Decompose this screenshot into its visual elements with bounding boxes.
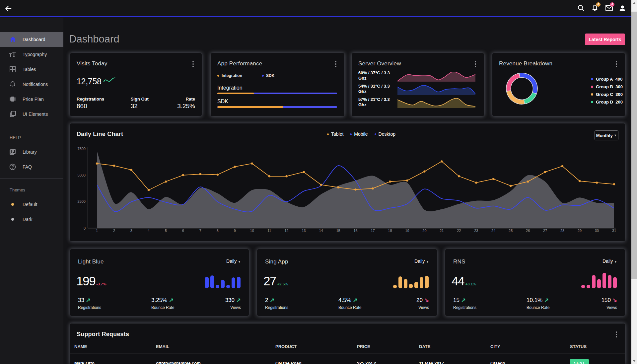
svg-text:20: 20 [422, 229, 426, 233]
svg-text:21: 21 [440, 229, 444, 233]
svg-text:19: 19 [405, 229, 409, 233]
svg-text:17: 17 [371, 229, 375, 233]
svg-text:13: 13 [302, 229, 306, 233]
svg-text:7: 7 [199, 229, 201, 233]
svg-text:11: 11 [267, 229, 271, 233]
svg-text:4: 4 [148, 229, 150, 233]
svg-text:27: 27 [543, 229, 547, 233]
svg-text:6: 6 [182, 229, 184, 233]
svg-text:25: 25 [509, 229, 513, 233]
svg-text:12: 12 [284, 229, 288, 233]
svg-text:15: 15 [336, 229, 340, 233]
svg-text:0: 0 [84, 226, 86, 230]
svg-text:30: 30 [595, 229, 599, 233]
svg-text:9: 9 [234, 229, 236, 233]
svg-text:3: 3 [130, 229, 132, 233]
svg-text:5: 5 [165, 229, 167, 233]
svg-text:7500: 7500 [78, 147, 86, 151]
svg-text:23: 23 [474, 229, 478, 233]
svg-text:29: 29 [578, 229, 582, 233]
svg-text:2500: 2500 [78, 199, 86, 203]
svg-text:10: 10 [250, 229, 254, 233]
svg-text:24: 24 [491, 229, 495, 233]
svg-text:28: 28 [560, 229, 564, 233]
svg-text:22: 22 [457, 229, 461, 233]
svg-text:8: 8 [217, 229, 219, 233]
svg-text:16: 16 [353, 229, 357, 233]
svg-text:5000: 5000 [78, 173, 86, 177]
svg-text:31: 31 [612, 229, 616, 233]
svg-text:18: 18 [388, 229, 392, 233]
svg-text:2: 2 [113, 229, 115, 233]
svg-text:14: 14 [319, 229, 323, 233]
svg-text:26: 26 [526, 229, 530, 233]
svg-text:1: 1 [96, 229, 98, 233]
